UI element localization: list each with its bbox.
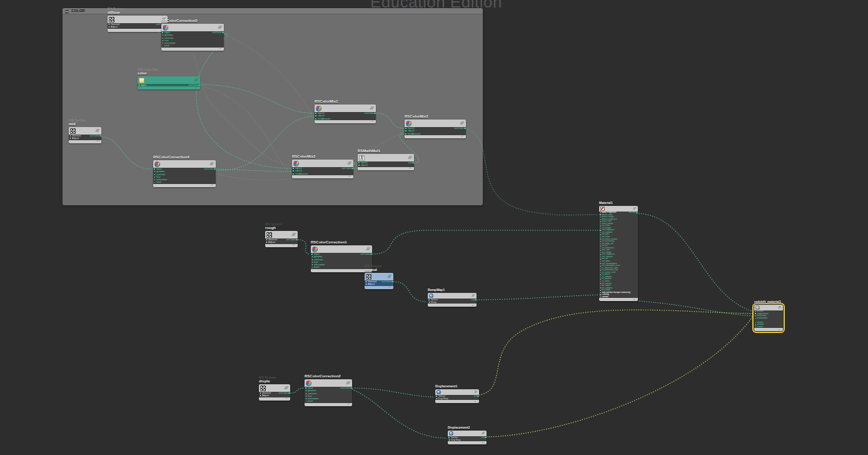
node-header-normal[interactable]	[365, 273, 393, 280]
node-name-label: rough	[265, 226, 276, 230]
node-rscc5[interactable]: inputoutColorgammacontrasthuesaturationl…	[161, 24, 224, 51]
node-header-rsmix1[interactable]	[315, 105, 376, 112]
port-label: refl_ior	[602, 245, 608, 247]
node-header-rscc4[interactable]	[153, 160, 216, 168]
node-footer-rsmix2[interactable]	[292, 175, 353, 178]
sphere-icon	[437, 390, 441, 394]
node-rscc2[interactable]: inputoutColorgammacontrasthuesaturationl…	[305, 379, 352, 406]
port-dot	[755, 313, 756, 314]
node-rsmix3[interactable]: input1outColorinput2mixAmount	[405, 120, 466, 138]
output-port-dot[interactable]	[350, 387, 351, 389]
output-port-dot[interactable]	[370, 253, 371, 255]
node-header-rscc1[interactable]	[311, 245, 372, 253]
node-header-color[interactable]	[138, 76, 200, 84]
output-port-dot[interactable]	[485, 437, 486, 438]
node-footer-rscc2[interactable]	[305, 403, 352, 406]
node-displa[interactable]: GeneraloutColorAdjust	[259, 384, 290, 401]
node-mid[interactable]: GeneraloutColorAdjust	[69, 127, 101, 143]
output-port-dot[interactable]	[464, 128, 465, 129]
node-header-rsmul1[interactable]: X	[358, 154, 414, 161]
port-dot	[70, 135, 71, 136]
node-footer-material1[interactable]	[599, 298, 638, 301]
node-footer-normal[interactable]	[365, 286, 393, 289]
node-footer-rscc1[interactable]	[311, 269, 372, 272]
node-footer-rough[interactable]	[265, 244, 298, 247]
port-row-input2[interactable]: input2	[358, 164, 414, 166]
node-name-label: normal	[365, 268, 377, 272]
node-footer-rsmul1[interactable]	[358, 167, 414, 170]
node-normal[interactable]: GeneraloutColorAdjust	[365, 273, 393, 289]
output-port-dot[interactable]	[477, 396, 478, 397]
node-header-rsmix3[interactable]	[405, 120, 466, 127]
output-port-dot[interactable]	[351, 168, 353, 169]
node-footer-rsmix1[interactable]	[315, 120, 376, 123]
node-rsmix2[interactable]: input1outColorinput2mixAmount	[292, 160, 353, 178]
output-port-dot[interactable]	[296, 239, 297, 240]
node-footer-color[interactable]	[138, 86, 200, 89]
port-dot	[600, 257, 602, 258]
port-dot	[260, 395, 261, 396]
output-port-dot[interactable]	[214, 168, 215, 170]
node-footer-bump1[interactable]	[428, 304, 477, 307]
node-footer-rsmix3[interactable]	[405, 135, 466, 138]
node-footer-disp1[interactable]	[435, 400, 479, 403]
node-rsmul1[interactable]: Xinput1outinput2	[358, 154, 414, 170]
output-port-dot[interactable]	[198, 84, 199, 86]
port-dot	[312, 267, 313, 268]
output-port-dot[interactable]	[391, 281, 393, 282]
port-dot	[600, 250, 602, 251]
port-label: level	[156, 181, 161, 183]
port-dot	[449, 439, 450, 441]
node-header-bump1[interactable]	[428, 293, 477, 299]
node-material1[interactable]: Base PropertiesoutColordiffuse_colordiff…	[599, 206, 638, 301]
node-footer-mid[interactable]	[69, 140, 101, 143]
node-name-label: RSColorCorrection1	[311, 240, 347, 244]
port-row-adjust[interactable]: Adjust	[108, 26, 168, 28]
node-header-displa[interactable]	[259, 384, 290, 392]
port-dot	[755, 324, 757, 325]
port-dot	[600, 237, 602, 238]
node-diffuse[interactable]: GeneraloutColorAdjust	[108, 16, 168, 32]
node-footer-diffuse[interactable]	[108, 29, 168, 32]
node-rscc4[interactable]: inputoutColorgammacontrasthuesaturationl…	[153, 160, 216, 187]
node-footer-disp2[interactable]	[448, 441, 487, 444]
node-footer-rsmat1[interactable]	[754, 328, 783, 331]
node-header-mid[interactable]	[69, 127, 101, 135]
port-dot	[163, 38, 164, 39]
node-footer-rscc4[interactable]	[153, 184, 216, 187]
port-dot	[755, 315, 756, 317]
output-port-dot[interactable]	[99, 135, 101, 136]
node-header-disp2[interactable]	[448, 431, 487, 436]
node-header-material1[interactable]	[599, 206, 638, 212]
node-header-rscc2[interactable]	[305, 379, 352, 387]
node-header-rsmat1[interactable]	[754, 305, 783, 310]
node-header-rough[interactable]	[265, 231, 298, 238]
node-header-rscc5[interactable]	[161, 24, 224, 31]
output-port-dot[interactable]	[222, 32, 223, 33]
node-rsmat1[interactable]: SurfaceDisplacementBump MapEnvironmentVo…	[754, 305, 783, 331]
output-port-dot[interactable]	[475, 299, 476, 300]
output-port-dot[interactable]	[288, 392, 290, 394]
node-footer-displa[interactable]	[259, 397, 290, 401]
port-dot	[600, 252, 602, 253]
node-rsmix1[interactable]: input1outColorinput2mixAmount	[315, 105, 376, 123]
node-disp1[interactable]: TextureoutDisp Resp	[435, 389, 479, 403]
output-port-dot[interactable]	[412, 162, 413, 163]
node-footer-rscc5[interactable]	[161, 48, 224, 51]
node-disp2[interactable]: TextureoutDisp Resp	[448, 431, 487, 444]
output-port-dot[interactable]	[374, 113, 375, 114]
node-name-label: RSColorCorrection5	[161, 19, 198, 23]
node-header-disp1[interactable]	[435, 389, 479, 395]
node-rscc1[interactable]: inputoutColorgammacontrasthuesaturationl…	[311, 245, 372, 272]
node-graph-canvas[interactable]: RS TexturediffuseGeneraloutColorAdjustRS…	[0, 0, 868, 455]
node-color[interactable]: inputoutColor	[138, 76, 200, 89]
node-header-diffuse[interactable]	[108, 16, 168, 23]
port-dot	[312, 264, 313, 265]
node-header-rsmix2[interactable]	[292, 160, 353, 167]
port-dot	[312, 259, 313, 260]
port-dot	[366, 281, 367, 282]
node-name-label: displa	[259, 379, 270, 383]
node-rough[interactable]: GeneraloutColorAdjust	[265, 231, 298, 247]
node-bump1[interactable]: TextureoutBmap	[428, 293, 477, 307]
port-label: Displacement	[757, 313, 769, 315]
